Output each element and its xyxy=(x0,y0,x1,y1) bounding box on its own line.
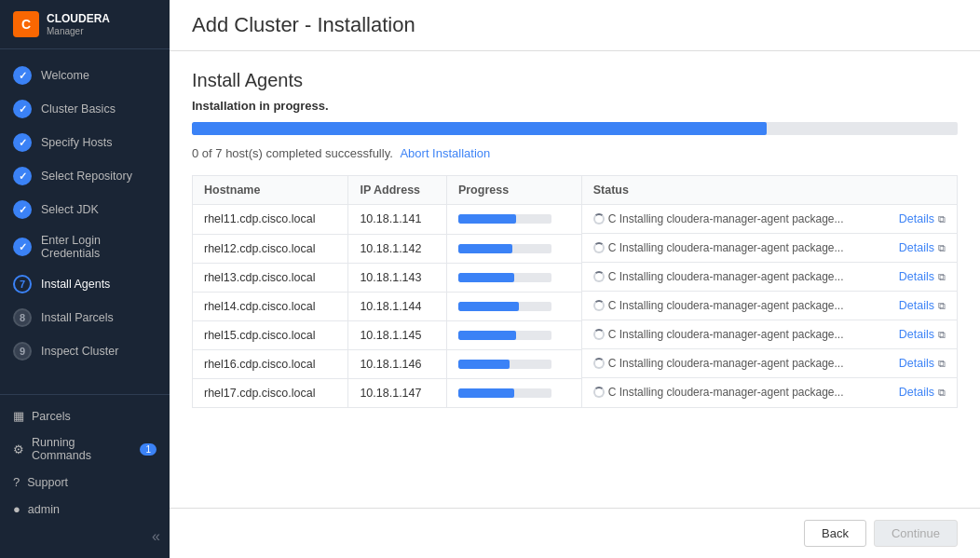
status-text-0: C Installing cloudera-manager-agent pack… xyxy=(608,212,895,225)
status-spinner-6 xyxy=(593,387,605,398)
cell-hostname-3: rhel14.cdp.cisco.local xyxy=(193,292,348,320)
table-row: rhel11.cdp.cisco.local10.18.1.141C Insta… xyxy=(193,205,958,235)
sidebar-step-label-select-repository: Select Repository xyxy=(41,170,132,183)
col-ip: IP Address xyxy=(348,176,446,205)
table-row: rhel16.cdp.cisco.local10.18.1.146C Insta… xyxy=(193,349,958,378)
details-cell-2: Details⧉ xyxy=(899,270,946,283)
details-cell-3: Details⧉ xyxy=(899,299,946,312)
open-icon-1: ⧉ xyxy=(938,242,946,254)
step-indicator-specify-hosts: ✓ xyxy=(13,133,32,152)
sidebar-item-select-repository[interactable]: ✓Select Repository xyxy=(0,159,170,193)
sidebar-bottom-label-admin: admin xyxy=(28,503,60,516)
step-indicator-install-agents: 7 xyxy=(13,275,32,293)
details-link-5[interactable]: Details xyxy=(899,357,934,370)
sidebar-step-label-inspect-cluster: Inspect Cluster xyxy=(41,345,118,358)
status-spinner-3 xyxy=(593,300,605,311)
details-cell-4: Details⧉ xyxy=(899,328,946,341)
content-area: Install Agents Installation in progress.… xyxy=(170,51,980,508)
cell-hostname-6: rhel17.cdp.cisco.local xyxy=(193,378,348,407)
cell-progress-2 xyxy=(446,263,581,292)
app-sub: Manager xyxy=(47,26,110,36)
sidebar-bottom: ▦Parcels⚙Running Commands1?Support●admin… xyxy=(0,394,170,558)
hosts-summary: 0 of 7 host(s) completed successfully. A… xyxy=(192,146,958,160)
continue-button[interactable]: Continue xyxy=(874,520,958,547)
cell-ip-4: 10.18.1.145 xyxy=(348,320,446,349)
cell-ip-2: 10.18.1.143 xyxy=(348,263,446,292)
page-footer: Back Continue xyxy=(170,508,980,558)
progress-fill-3 xyxy=(458,302,519,311)
sidebar-step-label-select-jdk: Select JDK xyxy=(41,203,99,216)
sidebar-item-install-agents[interactable]: 7Install Agents xyxy=(0,267,170,301)
col-status: Status xyxy=(581,176,957,205)
status-spinner-2 xyxy=(593,271,605,282)
sidebar-step-label-enter-login-credentials: Enter Login Credentials xyxy=(41,234,157,260)
table-row: rhel12.cdp.cisco.local10.18.1.142C Insta… xyxy=(193,234,958,263)
collapse-button[interactable]: « xyxy=(0,523,170,551)
abort-installation-link[interactable]: Abort Installation xyxy=(400,146,490,160)
cell-progress-5 xyxy=(446,349,581,378)
sidebar-bottom-support[interactable]: ?Support xyxy=(0,469,170,496)
sidebar-item-specify-hosts[interactable]: ✓Specify Hosts xyxy=(0,126,170,159)
details-cell-6: Details⧉ xyxy=(899,386,946,399)
sidebar-bottom-parcels[interactable]: ▦Parcels xyxy=(0,402,170,429)
sidebar-item-select-jdk[interactable]: ✓Select JDK xyxy=(0,193,170,226)
details-link-3[interactable]: Details xyxy=(899,299,934,312)
sidebar-item-inspect-cluster[interactable]: 9Inspect Cluster xyxy=(0,334,170,368)
sidebar-step-label-cluster-basics: Cluster Basics xyxy=(41,102,116,116)
status-text-6: C Installing cloudera-manager-agent pack… xyxy=(608,386,895,399)
sidebar: C CLOUDERA Manager ✓Welcome✓Cluster Basi… xyxy=(0,0,170,558)
step-indicator-enter-login-credentials: ✓ xyxy=(13,238,32,256)
details-link-0[interactable]: Details xyxy=(899,212,934,225)
step-indicator-welcome: ✓ xyxy=(13,66,32,85)
step-indicator-select-jdk: ✓ xyxy=(13,200,32,219)
progress-fill-2 xyxy=(458,273,514,282)
cell-progress-3 xyxy=(446,292,581,320)
back-button[interactable]: Back xyxy=(804,520,866,547)
cell-progress-4 xyxy=(446,320,581,349)
app-name: CLOUDERA xyxy=(47,12,110,25)
page-title: Add Cluster - Installation xyxy=(192,13,958,37)
table-row: rhel13.cdp.cisco.local10.18.1.143C Insta… xyxy=(193,263,958,292)
cell-hostname-2: rhel13.cdp.cisco.local xyxy=(193,263,348,292)
page-header: Add Cluster - Installation xyxy=(170,0,980,51)
cell-ip-1: 10.18.1.142 xyxy=(348,234,446,263)
details-link-4[interactable]: Details xyxy=(899,328,934,341)
step-indicator-install-parcels: 8 xyxy=(13,308,32,327)
cell-ip-0: 10.18.1.141 xyxy=(348,205,446,235)
step-indicator-select-repository: ✓ xyxy=(13,167,32,185)
open-icon-0: ⧉ xyxy=(938,213,946,225)
status-text-5: C Installing cloudera-manager-agent pack… xyxy=(608,357,895,370)
sidebar-item-cluster-basics[interactable]: ✓Cluster Basics xyxy=(0,92,170,126)
sidebar-bottom-running-commands[interactable]: ⚙Running Commands1 xyxy=(0,429,170,469)
progress-fill-5 xyxy=(458,360,510,369)
status-spinner-5 xyxy=(593,358,605,369)
cell-status-0: C Installing cloudera-manager-agent pack… xyxy=(582,205,957,234)
app-logo-icon: C xyxy=(13,11,39,37)
cell-hostname-0: rhel11.cdp.cisco.local xyxy=(193,205,348,235)
status-text-3: C Installing cloudera-manager-agent pack… xyxy=(608,299,895,312)
details-link-2[interactable]: Details xyxy=(899,270,934,283)
cell-ip-6: 10.18.1.147 xyxy=(348,378,446,407)
cell-hostname-5: rhel16.cdp.cisco.local xyxy=(193,349,348,378)
hosts-table-body: rhel11.cdp.cisco.local10.18.1.141C Insta… xyxy=(193,205,958,408)
sidebar-bottom-label-parcels: Parcels xyxy=(32,410,71,423)
status-text-4: C Installing cloudera-manager-agent pack… xyxy=(608,328,895,341)
sidebar-item-enter-login-credentials[interactable]: ✓Enter Login Credentials xyxy=(0,226,170,267)
details-link-1[interactable]: Details xyxy=(899,241,934,254)
sidebar-bottom-admin[interactable]: ●admin xyxy=(0,496,170,523)
cell-hostname-1: rhel12.cdp.cisco.local xyxy=(193,234,348,263)
sidebar-item-install-parcels[interactable]: 8Install Parcels xyxy=(0,301,170,334)
section-title: Install Agents xyxy=(192,70,958,91)
install-status: Installation in progress. xyxy=(192,99,958,113)
open-icon-5: ⧉ xyxy=(938,358,946,370)
overall-progress-bar xyxy=(192,122,958,135)
sidebar-item-welcome[interactable]: ✓Welcome xyxy=(0,59,170,92)
details-cell-1: Details⧉ xyxy=(899,241,946,254)
open-icon-4: ⧉ xyxy=(938,329,946,341)
step-indicator-cluster-basics: ✓ xyxy=(13,100,32,118)
sidebar-step-label-install-agents: Install Agents xyxy=(41,278,110,291)
progress-fill-6 xyxy=(458,388,514,398)
parcels-icon: ▦ xyxy=(13,409,24,423)
admin-icon: ● xyxy=(13,502,20,516)
details-link-6[interactable]: Details xyxy=(899,386,934,399)
